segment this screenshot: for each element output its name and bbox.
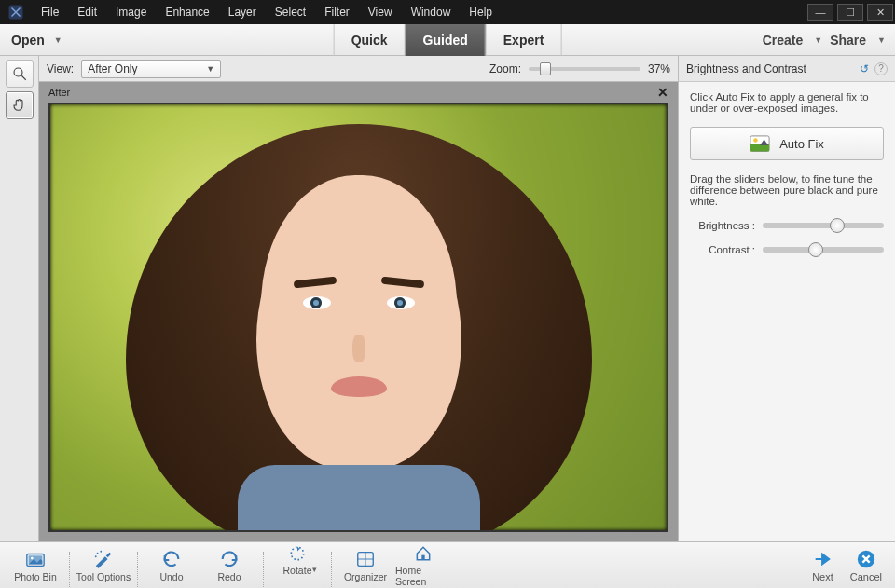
tab-expert[interactable]: Expert [486,24,562,56]
rotate-button[interactable]: Rotate ▾ [269,544,325,587]
menu-filter[interactable]: Filter [317,2,357,22]
hand-icon [11,97,28,114]
image-header-label: After [48,87,70,98]
share-caret-icon[interactable]: ▼ [874,35,886,45]
view-mode-dropdown[interactable]: After Only ▼ [81,60,221,78]
home-screen-button[interactable]: Home Screen [395,544,451,587]
menu-image[interactable]: Image [108,2,154,22]
contrast-label: Contrast : [690,244,755,255]
slider-hint: Drag the sliders below, to fine tune the… [690,173,884,207]
svg-point-12 [95,555,97,557]
bottom-bar: Photo Bin Tool Options Undo Redo Rotate … [0,541,895,588]
panel-title-bar: Brightness and Contrast ↺ ? [679,56,895,82]
create-button[interactable]: Create [763,33,804,48]
menu-edit[interactable]: Edit [70,2,104,22]
photo-bin-button[interactable]: Photo Bin [7,544,63,587]
redo-label: Redo [217,571,241,582]
menu-enhance[interactable]: Enhance [158,2,216,22]
divider [137,552,138,587]
menubar: File Edit Image Enhance Layer Select Fil… [0,0,895,24]
tab-quick[interactable]: Quick [334,24,406,56]
canvas-area: View: After Only ▼ Zoom: 37% After ✕ [39,56,679,541]
app-logo-icon [4,0,28,24]
help-icon[interactable]: ? [874,62,888,75]
zoom-label: Zoom: [489,62,521,75]
panel-title: Brightness and Contrast [686,62,806,75]
rotate-icon [287,544,308,563]
view-label: View: [47,62,74,75]
zoom-tool-button[interactable] [6,60,34,88]
brightness-label: Brightness : [690,220,755,231]
svg-line-2 [21,75,26,80]
organizer-icon [355,549,376,569]
share-button[interactable]: Share [830,33,866,48]
divider [69,552,70,587]
window-minimize-button[interactable]: — [807,4,833,21]
hand-tool-button[interactable] [6,91,34,119]
autofix-icon [750,135,770,152]
zoom-slider-thumb[interactable] [540,62,551,75]
cancel-button[interactable]: Cancel [850,549,882,582]
auto-fix-label: Auto Fix [779,137,824,151]
cancel-label: Cancel [850,571,882,582]
image-header: After ✕ [39,82,678,103]
image-close-button[interactable]: ✕ [657,85,668,100]
mode-bar: Open ▼ Quick Guided Expert Create ▼ Shar… [0,24,895,56]
reset-icon[interactable]: ↺ [860,62,869,75]
svg-point-1 [14,68,22,76]
dropdown-caret-icon: ▼ [206,64,214,74]
right-panel: Brightness and Contrast ↺ ? Click Auto F… [679,56,895,541]
tool-strip [0,56,39,541]
undo-button[interactable]: Undo [144,544,200,587]
magnifier-icon [11,65,28,82]
tool-options-button[interactable]: Tool Options [76,544,131,587]
tab-guided[interactable]: Guided [406,24,486,56]
zoom-slider[interactable] [529,67,640,71]
photo-bin-icon [25,549,46,569]
auto-fix-button[interactable]: Auto Fix [690,127,884,160]
photo-canvas[interactable] [48,103,668,532]
undo-label: Undo [159,571,183,582]
menu-window[interactable]: Window [404,2,459,22]
divider [263,552,264,587]
menu-view[interactable]: View [361,2,400,22]
open-button[interactable]: Open [11,33,45,48]
cancel-icon [856,549,876,569]
contrast-slider[interactable] [763,247,884,253]
redo-icon [219,549,240,569]
undo-icon [161,549,182,569]
next-arrow-icon [812,549,833,569]
rotate-caret-icon[interactable]: ▾ [309,565,317,574]
organizer-button[interactable]: Organizer [337,544,393,587]
svg-point-10 [97,552,99,554]
home-icon [413,544,434,563]
menu-help[interactable]: Help [461,2,500,22]
svg-point-9 [31,556,34,559]
view-bar: View: After Only ▼ Zoom: 37% [39,56,678,82]
next-button[interactable]: Next [812,549,833,582]
tool-options-icon [93,549,114,569]
svg-rect-17 [421,554,424,559]
organizer-label: Organizer [344,571,387,582]
divider [331,552,332,587]
svg-point-11 [100,550,102,552]
next-label: Next [812,571,833,582]
contrast-slider-thumb[interactable] [808,242,823,257]
menu-file[interactable]: File [34,2,66,22]
menu-select[interactable]: Select [268,2,313,22]
window-maximize-button[interactable]: ☐ [837,4,863,21]
autofix-hint: Click Auto Fix to apply a general fix to… [690,91,884,114]
home-label: Home Screen [395,565,451,587]
svg-point-5 [753,138,758,143]
redo-button[interactable]: Redo [201,544,257,587]
zoom-percent: 37% [648,62,670,75]
window-close-button[interactable]: ✕ [867,4,893,21]
brightness-slider-thumb[interactable] [830,218,845,233]
photo-bin-label: Photo Bin [14,571,57,582]
create-caret-icon[interactable]: ▼ [810,35,822,45]
brightness-slider[interactable] [763,223,884,228]
tool-options-label: Tool Options [76,571,131,582]
open-dropdown-caret-icon[interactable]: ▼ [50,35,62,45]
view-mode-value: After Only [88,62,137,75]
menu-layer[interactable]: Layer [221,2,264,22]
